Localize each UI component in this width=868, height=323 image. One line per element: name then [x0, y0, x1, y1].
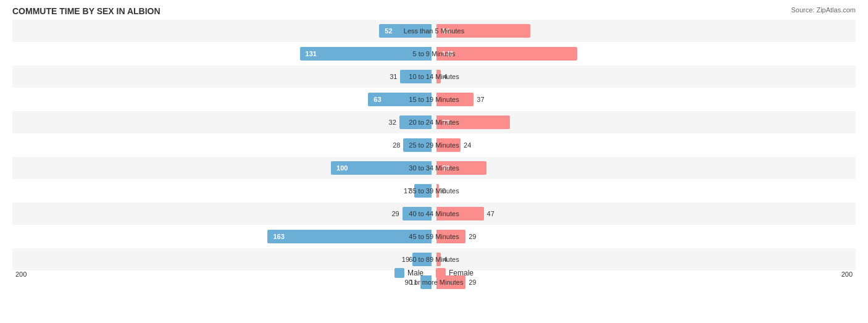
left-section: 11: [12, 271, 434, 293]
right-section: 29: [434, 271, 856, 293]
male-value-inside: 100: [333, 164, 351, 172]
male-value: 28: [393, 141, 403, 149]
chart-title: COMMUTE TIME BY SEX IN ALBION: [12, 6, 856, 16]
female-value-inside: 50: [439, 164, 453, 172]
left-section: 131: [12, 43, 434, 65]
left-section: 63: [12, 88, 434, 111]
source-text: Source: ZipAtlas.com: [791, 6, 856, 14]
chart-area: 52 Less than 5 Minutes 93 131 5 to 9 Min…: [12, 20, 856, 278]
legend-male-box: [394, 268, 404, 278]
legend-female-box: [436, 268, 446, 278]
right-section: 0: [434, 180, 856, 202]
left-section: 19: [12, 248, 434, 271]
left-section: 29: [12, 203, 434, 225]
female-value-zero: 0: [439, 187, 446, 195]
legend: Male Female: [394, 268, 474, 278]
male-bar: [403, 138, 432, 152]
female-value: 37: [474, 96, 484, 103]
rows-wrapper: 52 Less than 5 Minutes 93 131 5 to 9 Min…: [12, 20, 856, 267]
table-row: 131 5 to 9 Minutes 140: [12, 43, 856, 65]
right-section: 24: [434, 134, 856, 156]
axis-label-left: 200: [15, 271, 27, 278]
table-row: 163 45 to 59 Minutes 29: [12, 225, 856, 248]
male-bar: 52: [379, 24, 432, 38]
male-bar: [400, 70, 432, 83]
table-row: 29 40 to 44 Minutes 47: [12, 203, 856, 225]
right-section: 93: [434, 20, 856, 42]
male-value: 29: [392, 210, 403, 217]
left-section: 52: [12, 20, 434, 42]
male-bar: [412, 253, 432, 266]
axis-label-right: 200: [841, 271, 853, 278]
female-bar: [436, 93, 474, 106]
male-value-inside: 163: [270, 233, 287, 240]
legend-male-label: Male: [407, 269, 424, 277]
table-row: 63 15 to 19 Minutes 37: [12, 88, 856, 111]
right-section: 4: [434, 65, 856, 88]
male-bar: 100: [331, 161, 432, 175]
right-section: 29: [434, 225, 856, 248]
female-bar: [436, 207, 484, 220]
female-value-inside: 140: [439, 50, 456, 57]
male-bar: [399, 115, 432, 129]
left-section: 31: [12, 65, 434, 88]
male-bar: [414, 184, 432, 198]
right-section: 47: [434, 203, 856, 225]
right-section: 4: [434, 248, 856, 271]
left-section: 32: [12, 111, 434, 133]
table-row: 52 Less than 5 Minutes 93: [12, 20, 856, 42]
female-bar: 93: [436, 24, 530, 38]
female-value: 24: [461, 141, 471, 149]
female-bar: [436, 138, 461, 152]
female-bar: [436, 230, 465, 243]
left-section: 17: [12, 180, 434, 202]
table-row: 17 35 to 39 Minutes 0: [12, 180, 856, 202]
female-value: 29: [465, 233, 476, 240]
female-value: 47: [484, 210, 495, 217]
legend-female: Female: [436, 268, 474, 278]
right-section: 37: [434, 88, 856, 111]
right-section: 73: [434, 111, 856, 133]
left-section: 28: [12, 134, 434, 156]
table-row: 31 10 to 14 Minutes 4: [12, 65, 856, 88]
male-value-inside: 63: [370, 96, 384, 103]
female-value: 4: [441, 256, 448, 263]
female-value: 4: [441, 73, 448, 80]
male-bar: [403, 207, 432, 220]
right-section: 50: [434, 157, 856, 179]
table-row: 100 30 to 34 Minutes 50: [12, 157, 856, 179]
female-value-inside: 73: [439, 119, 453, 126]
male-bar: 163: [267, 230, 432, 243]
male-value: 11: [410, 279, 420, 286]
female-bar: 50: [436, 161, 486, 175]
male-value: 31: [390, 73, 400, 80]
legend-male: Male: [394, 268, 424, 278]
male-value: 32: [389, 119, 399, 126]
male-value: 19: [402, 256, 412, 263]
table-row: 19 60 to 89 Minutes 4: [12, 248, 856, 271]
female-value-inside: 93: [439, 27, 453, 35]
left-section: 163: [12, 225, 434, 248]
female-bar: 140: [436, 47, 577, 61]
female-bar: 73: [436, 115, 510, 129]
right-section: 140: [434, 43, 856, 65]
female-value: 29: [465, 279, 476, 286]
table-row: 28 25 to 29 Minutes 24: [12, 134, 856, 156]
male-value-inside: 131: [303, 50, 320, 57]
male-bar: 131: [300, 47, 432, 61]
left-section: 100: [12, 157, 434, 179]
male-bar: 63: [368, 93, 432, 106]
male-value: 17: [404, 187, 414, 195]
chart-container: COMMUTE TIME BY SEX IN ALBION Source: Zi…: [0, 0, 868, 323]
male-value-inside: 52: [382, 27, 395, 35]
legend-female-label: Female: [449, 269, 474, 277]
table-row: 32 20 to 24 Minutes 73: [12, 111, 856, 133]
